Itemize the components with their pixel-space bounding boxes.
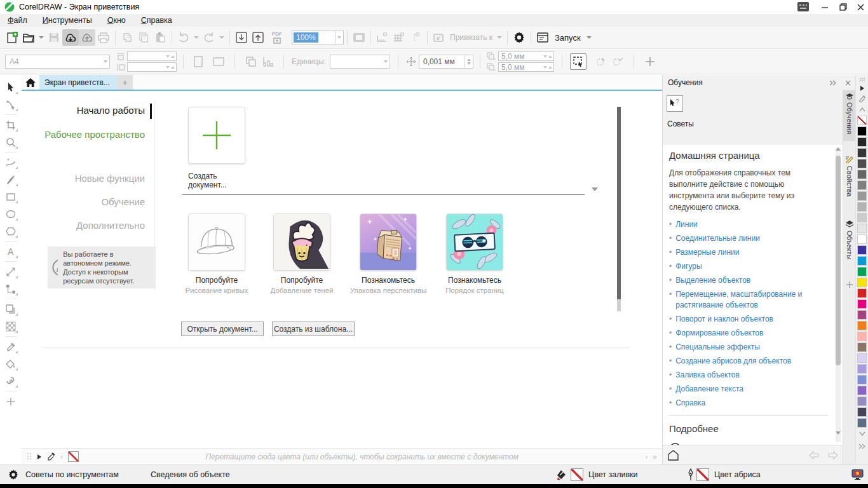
options-gear-icon[interactable] bbox=[511, 29, 527, 46]
menu-file[interactable]: Файл bbox=[8, 16, 27, 25]
docpalette-drag-handle[interactable] bbox=[27, 452, 32, 461]
palette-swatch[interactable] bbox=[857, 126, 867, 136]
palette-swatch[interactable] bbox=[857, 191, 867, 201]
palette-swatch[interactable] bbox=[857, 299, 867, 309]
help-topic-link[interactable]: Справка bbox=[675, 398, 705, 409]
welcome-nav-more[interactable]: Дополнительно bbox=[22, 220, 145, 231]
cloud-download-icon[interactable] bbox=[62, 29, 79, 46]
palette-swatch[interactable] bbox=[857, 170, 867, 179]
publish-pdf-icon[interactable]: PDF bbox=[266, 29, 288, 46]
home-tab[interactable] bbox=[22, 75, 39, 90]
palette-swatch[interactable] bbox=[857, 224, 867, 233]
document-color-settings-icon[interactable] bbox=[851, 469, 864, 480]
palette-swatch[interactable] bbox=[857, 342, 867, 352]
welcome-nav-workspace[interactable]: Рабочее пространство bbox=[22, 129, 145, 140]
help-topic-link[interactable]: Линии bbox=[675, 219, 698, 230]
polygon-tool[interactable] bbox=[2, 222, 20, 240]
import-icon[interactable] bbox=[233, 29, 250, 46]
tutorial-card-perspective[interactable]: Познакомьтесь Упаковка перспективы bbox=[360, 214, 417, 295]
palette-swatch[interactable] bbox=[857, 407, 867, 417]
palette-scroll-down-icon[interactable] bbox=[859, 431, 865, 436]
welcome-nav-learning[interactable]: Обучение bbox=[22, 196, 145, 207]
new-tab-button[interactable]: + bbox=[117, 75, 133, 90]
docker-close-icon[interactable] bbox=[845, 80, 851, 86]
docker-home-icon[interactable] bbox=[668, 450, 679, 461]
menu-tools[interactable]: Инструменты bbox=[43, 16, 92, 25]
palette-scroll-up-icon[interactable] bbox=[859, 107, 865, 112]
palette-swatch[interactable] bbox=[857, 159, 867, 168]
smart-fill-tool[interactable] bbox=[2, 355, 20, 372]
palette-swatch[interactable] bbox=[857, 148, 867, 158]
help-topic-link[interactable]: Специальные эффекты bbox=[675, 342, 760, 353]
tool-tips-status[interactable]: Советы по инструментам bbox=[25, 470, 119, 479]
interactive-fill-tool[interactable] bbox=[2, 372, 20, 390]
restore-button[interactable] bbox=[834, 0, 851, 14]
ellipse-tool[interactable] bbox=[2, 205, 20, 222]
rectangle-tool[interactable] bbox=[2, 188, 20, 205]
open-dropdown-arrow[interactable] bbox=[39, 36, 44, 39]
palette-drag-handle[interactable] bbox=[859, 78, 865, 83]
palette-swatch[interactable] bbox=[857, 375, 867, 384]
freehand-tool[interactable] bbox=[2, 154, 20, 171]
palette-swatch[interactable] bbox=[857, 278, 867, 287]
palette-swatch[interactable] bbox=[857, 321, 867, 330]
docpalette-flyout-arrow[interactable] bbox=[37, 454, 42, 460]
docpalette-eyedropper-icon[interactable] bbox=[47, 452, 55, 461]
dimension-tool[interactable] bbox=[2, 263, 20, 280]
palette-swatch[interactable] bbox=[857, 386, 867, 395]
tips-pointer-button[interactable]: ? bbox=[667, 95, 683, 112]
drop-shadow-tool[interactable] bbox=[2, 301, 20, 318]
new-from-template-button[interactable]: Создать из шаблона... bbox=[272, 322, 355, 336]
palette-swatch[interactable] bbox=[857, 234, 867, 244]
help-topic-link[interactable]: Формирование объектов bbox=[675, 328, 763, 339]
docker-tab-properties[interactable]: Свойства bbox=[843, 152, 855, 203]
artistic-media-tool[interactable] bbox=[2, 171, 20, 188]
palette-swatch[interactable] bbox=[857, 213, 867, 222]
eyedropper-tool[interactable] bbox=[2, 338, 20, 355]
new-document-icon[interactable] bbox=[4, 29, 20, 46]
docker-add-tab-button[interactable] bbox=[843, 278, 855, 294]
palette-swatch[interactable] bbox=[857, 396, 867, 406]
palette-swatch[interactable] bbox=[857, 245, 867, 255]
touch-keyboard-icon[interactable] bbox=[797, 2, 809, 11]
docpalette-expand[interactable]: » bbox=[653, 452, 657, 461]
help-topic-link[interactable]: Перемещение, масштабирование и растягива… bbox=[675, 289, 828, 311]
palette-swatch[interactable] bbox=[857, 418, 867, 428]
outline-color-swatch[interactable] bbox=[696, 468, 709, 481]
palette-swatch[interactable] bbox=[857, 364, 867, 374]
menu-window[interactable]: Окно bbox=[107, 16, 126, 25]
palette-swatch[interactable] bbox=[857, 137, 867, 147]
palette-swatch[interactable] bbox=[857, 288, 867, 298]
nudge-distance-field[interactable]: 0,001 мм bbox=[419, 55, 473, 69]
docpalette-scroll-right[interactable]: › bbox=[645, 452, 648, 461]
launch-label[interactable]: Запуск bbox=[555, 33, 581, 43]
open-document-icon[interactable] bbox=[20, 29, 37, 46]
help-topic-link[interactable]: Поворот и наклон объектов bbox=[675, 314, 773, 325]
help-topic-link[interactable]: Добавление текста bbox=[675, 384, 743, 395]
menu-help[interactable]: Справка bbox=[141, 16, 172, 25]
palette-swatch[interactable] bbox=[857, 353, 867, 363]
treat-as-filled-button[interactable] bbox=[570, 53, 587, 70]
welcome-scrollbar-track[interactable] bbox=[617, 299, 621, 311]
palette-swatch[interactable] bbox=[857, 332, 867, 341]
launch-dropdown-arrow[interactable] bbox=[587, 36, 592, 39]
palette-swatch[interactable] bbox=[857, 202, 867, 212]
welcome-screen-tab[interactable]: Экран приветств... bbox=[39, 75, 117, 90]
object-info-status[interactable]: Сведения об объекте bbox=[151, 470, 230, 479]
help-topic-link[interactable]: Размерные линии bbox=[675, 247, 739, 258]
create-document-card[interactable]: Создать документ... bbox=[188, 107, 245, 189]
fill-color-swatch[interactable] bbox=[571, 468, 583, 481]
tutorial-card-shadows[interactable]: Попробуйте Добавление теней bbox=[273, 214, 330, 295]
help-topic-link[interactable]: Заливка объектов bbox=[675, 370, 740, 381]
welcome-nav-new-features[interactable]: Новые функции bbox=[22, 173, 145, 184]
scroll-down-arrow[interactable] bbox=[836, 431, 841, 435]
statusbar-gear-icon[interactable] bbox=[8, 469, 19, 480]
section-expand-arrow[interactable] bbox=[590, 191, 600, 200]
palette-eyedropper-icon[interactable] bbox=[858, 95, 866, 104]
zoom-tool[interactable] bbox=[2, 133, 20, 151]
help-topic-link[interactable]: Соединительные линии bbox=[675, 233, 760, 244]
close-button[interactable] bbox=[852, 0, 868, 14]
open-document-button[interactable]: Открыть документ... bbox=[181, 322, 264, 336]
palette-swatch[interactable] bbox=[857, 267, 867, 276]
crop-tool[interactable] bbox=[2, 116, 20, 133]
